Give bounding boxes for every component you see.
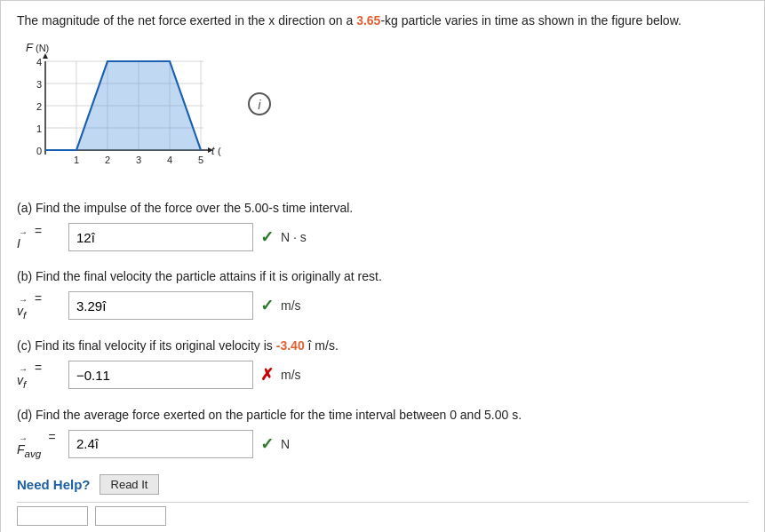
main-container: The magnitude of the net force exerted i… [0, 0, 765, 532]
part-c-input[interactable] [68, 361, 253, 389]
need-help-text: Need Help? [17, 477, 91, 492]
bottom-input-2[interactable] [95, 506, 166, 526]
mass-highlight: 3.65 [356, 13, 380, 28]
part-b-label: (b) Find the final velocity the particle… [17, 267, 748, 286]
svg-text:3: 3 [136, 155, 141, 165]
part-c-status: ✗ [260, 365, 274, 385]
part-d: (d) Find the average force exerted on th… [17, 406, 748, 459]
svg-text:F: F [26, 41, 34, 54]
part-a: (a) Find the impulse of the force over t… [17, 199, 748, 251]
svg-text:0: 0 [36, 146, 42, 156]
part-c: (c) Find its final velocity if its origi… [17, 337, 748, 390]
part-a-equation: → I = [17, 224, 61, 250]
need-help-row: Need Help? Read It [17, 474, 748, 495]
svg-text:(s): (s) [218, 146, 221, 156]
part-b-unit: m/s [281, 298, 301, 313]
intro2-text: -kg particle varies in time as shown in … [380, 13, 681, 28]
svg-text:1: 1 [36, 123, 42, 134]
part-d-label: (d) Find the average force exerted on th… [17, 406, 748, 425]
part-a-unit: N · s [281, 230, 307, 244]
part-a-input[interactable] [68, 223, 253, 251]
graph-row: F (N) 4 3 2 1 0 [17, 39, 748, 190]
svg-text:5: 5 [198, 155, 203, 165]
part-a-label: (a) Find the impulse of the force over t… [17, 199, 748, 218]
bottom-input-1[interactable] [17, 506, 88, 526]
part-d-status: ✓ [260, 434, 274, 454]
part-c-label-pre: (c) Find its final velocity if its origi… [17, 338, 276, 353]
part-a-status: ✓ [260, 227, 274, 247]
part-b-input[interactable] [68, 291, 253, 320]
part-c-unit: m/s [281, 368, 301, 382]
part-b-equation: → vf = [17, 291, 61, 321]
part-c-label-post: î m/s. [305, 338, 339, 353]
part-c-equation: → vf = [17, 361, 61, 390]
force-graph: F (N) 4 3 2 1 0 [17, 39, 221, 190]
part-c-answer-row: → vf = ✗ m/s [17, 361, 748, 390]
part-c-label: (c) Find its final velocity if its origi… [17, 337, 748, 355]
intro-text: The magnitude of the net force exerted i… [17, 13, 356, 28]
part-b-status: ✓ [260, 296, 274, 315]
info-icon[interactable]: i [248, 92, 271, 115]
part-c-highlight: -3.40 [276, 338, 305, 353]
svg-text:(N): (N) [36, 43, 49, 53]
svg-text:2: 2 [105, 155, 110, 165]
problem-text: The magnitude of the net force exerted i… [17, 12, 748, 30]
svg-text:3: 3 [36, 79, 42, 90]
part-d-answer-row: → Favg = ✓ N [17, 430, 748, 459]
graph-area: F (N) 4 3 2 1 0 [17, 39, 221, 190]
part-b-answer-row: → vf = ✓ m/s [17, 291, 748, 321]
svg-text:t: t [211, 145, 215, 157]
svg-text:4: 4 [36, 57, 42, 67]
part-a-answer-row: → I = ✓ N · s [17, 223, 748, 251]
svg-text:1: 1 [74, 155, 79, 165]
part-d-unit: N [281, 437, 290, 451]
part-b: (b) Find the final velocity the particle… [17, 267, 748, 321]
part-d-input[interactable] [68, 430, 253, 458]
part-d-equation: → Favg = [17, 430, 61, 459]
read-it-button[interactable]: Read It [100, 474, 160, 495]
bottom-bar [17, 502, 748, 526]
svg-text:2: 2 [36, 101, 42, 112]
svg-text:4: 4 [167, 155, 172, 165]
svg-marker-20 [43, 53, 48, 59]
